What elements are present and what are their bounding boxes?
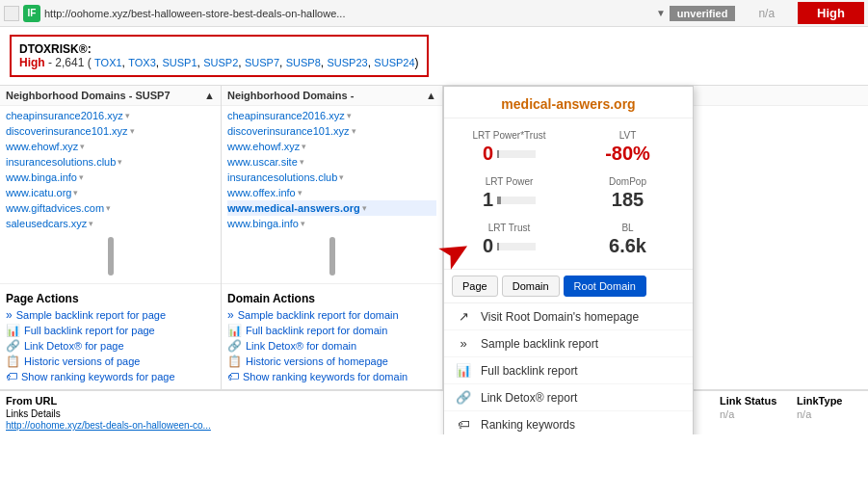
lrt-power-label: LRT Power [456,176,563,187]
menu-detox-label: Link Detox® report [481,391,577,405]
link-status-header: Link Status [720,395,785,407]
col1-scroll-up[interactable]: ▲ [204,90,215,101]
item-dropdown[interactable]: ▾ [302,142,306,151]
list-item: cheapinsurance2016.xyz▾ [227,108,436,123]
popup-tabs: Page Domain Root Domain [444,269,693,302]
item-dropdown[interactable]: ▾ [79,172,84,182]
list-item: discoverinsurance101.xyz▾ [6,123,215,139]
page-actions: Page Actions » Sample backlink report fo… [0,288,221,389]
lrt-trust-value: 0 [483,235,493,257]
tab-root-domain[interactable]: Root Domain [564,276,646,297]
menu-link-detox[interactable]: 🔗 Link Detox® report [444,384,693,411]
col1: Neighborhood Domains - SUSP7 ▲ cheapinsu… [0,86,222,389]
double-arrow-icon: » [227,308,234,322]
item-dropdown[interactable]: ▾ [106,203,111,213]
dom-pop-value: 185 [574,189,681,211]
item-dropdown[interactable]: ▾ [339,172,344,182]
item-dropdown[interactable]: ▾ [301,219,305,228]
link-type-col: LinkType n/a [791,391,868,434]
list-item: www.offex.info▾ [227,185,436,200]
col2-header: Neighborhood Domains - ▲ [222,86,442,106]
link-status-value: n/a [720,408,734,420]
action-link-detox-page[interactable]: 🔗 Link Detox® for page [6,339,215,353]
list-item: www.icatu.org▾ [6,185,215,200]
popup-panel: medical-answers.org LRT Power*Trust 0 LV… [443,86,694,434]
ranking-icon: 🏷 [454,417,473,432]
bar-chart-icon: 📊 [6,324,20,337]
popup-menu: ↗ Visit Root Domain's homepage » Sample … [444,302,693,434]
popup-domain: medical-answers.org [444,87,693,118]
dtox-label: DTOXRISK®: [19,42,92,56]
dom-pop-block: DomPop 185 [570,172,685,215]
action-ranking-domain[interactable]: 🏷 Show ranking keywords for domain [227,370,436,383]
link-type-value: n/a [797,408,811,420]
na-value: n/a [739,7,794,20]
history-icon: 📋 [227,355,242,368]
item-dropdown[interactable]: ▾ [300,157,304,167]
menu-ranking[interactable]: 🏷 Ranking keywords [444,411,693,434]
action-ranking-page[interactable]: 🏷 Show ranking keywords for page [6,370,215,383]
tag-icon: 🏷 [227,370,239,383]
col1-header: Neighborhood Domains - SUSP7 ▲ [0,86,221,106]
bar-chart-icon: 📊 [454,363,473,378]
link-detox-icon: 🔗 [454,390,473,405]
dtox-count: - 2,641 ( [48,56,92,69]
dtox-high: High [19,56,45,69]
page-actions-title: Page Actions [6,292,215,305]
tab-page[interactable]: Page [452,276,498,297]
menu-sample-backlink[interactable]: » Sample backlink report [444,330,693,357]
col1-scroll-indicator [0,233,221,279]
action-historic-page[interactable]: 📋 Historic versions of page [6,355,215,368]
action-sample-backlink-page[interactable]: » Sample backlink report for page [6,308,215,322]
action-full-backlink-page[interactable]: 📊 Full backlink report for page [6,324,215,337]
item-dropdown[interactable]: ▾ [352,126,356,136]
high-badge: High [798,2,864,24]
item-dropdown[interactable]: ▾ [130,126,135,136]
popup-metrics: LRT Power*Trust 0 LVT -80% LRT Power 1 [444,118,693,269]
lvt-label: LVT [574,130,681,141]
item-dropdown[interactable]: ▾ [362,203,367,213]
menu-full-backlink[interactable]: 📊 Full backlink report [444,357,693,384]
double-arrow-icon: » [6,308,13,322]
action-sample-backlink-domain[interactable]: » Sample backlink report for domain [227,308,436,322]
menu-full-label: Full backlink report [481,364,578,378]
link-icon: 🔗 [227,339,242,353]
list-item: www.giftadvices.com▾ [6,200,215,216]
list-item: discoverinsurance101.xyz▾ [227,123,436,139]
lrt-power-value: 1 [483,189,493,211]
lvt-block: LVT -80% [570,126,685,169]
bar-chart-icon: 📊 [227,324,242,337]
lrt-power-block: LRT Power 1 [452,172,566,215]
if-icon: IF [23,5,40,22]
col2-scroll-up[interactable]: ▲ [426,90,436,101]
list-item: www.medical-answers.org▾ [227,200,436,216]
lrt-power-trust-value: 0 [483,143,493,165]
domain-actions: Domain Actions » Sample backlink report … [222,288,442,389]
list-item: www.ehowf.xyz▾ [6,139,215,154]
page-url: http://oohome.xyz/best-halloween-store-b… [44,8,652,19]
from-url-link[interactable]: http://oohome.xyz/best-deals-on-hallowee… [6,420,211,431]
menu-sample-label: Sample backlink report [481,337,598,351]
item-dropdown[interactable]: ▾ [118,157,122,167]
item-dropdown[interactable]: ▾ [89,219,93,228]
list-item: insurancesolutions.club▾ [227,170,436,185]
external-link-icon: ↗ [454,309,473,324]
col2: Neighborhood Domains - ▲ cheapinsurance2… [222,86,443,389]
action-link-detox-domain[interactable]: 🔗 Link Detox® for domain [227,339,436,353]
link-icon: 🔗 [6,339,20,353]
lrt-power-trust-label: LRT Power*Trust [456,130,563,141]
list-item: saleusedcars.xyz▾ [6,216,215,231]
item-dropdown[interactable]: ▾ [298,188,302,197]
item-dropdown[interactable]: ▾ [80,142,85,151]
item-dropdown[interactable]: ▾ [347,111,352,120]
col2-scroll-indicator [222,233,442,279]
tab-domain[interactable]: Domain [502,276,560,297]
url-dropdown[interactable]: ▼ [656,8,666,18]
item-dropdown[interactable]: ▾ [125,111,130,120]
item-dropdown[interactable]: ▾ [73,188,78,197]
domain-actions-title: Domain Actions [227,292,436,305]
action-historic-homepage[interactable]: 📋 Historic versions of homepage [227,355,436,368]
menu-visit-homepage[interactable]: ↗ Visit Root Domain's homepage [444,303,693,330]
action-full-backlink-domain[interactable]: 📊 Full backlink report for domain [227,324,436,337]
list-item: insurancesolutions.club▾ [6,154,215,170]
